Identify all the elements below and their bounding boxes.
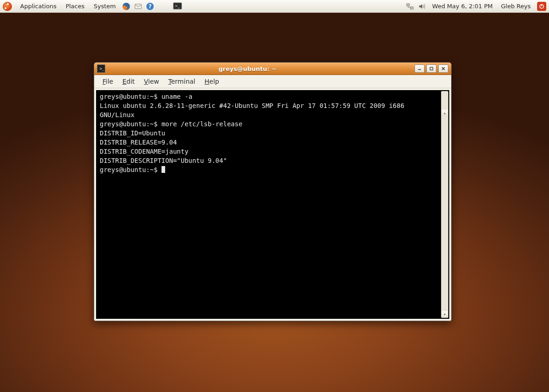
menu-edit[interactable]: Edit (118, 75, 139, 88)
svg-rect-7 (410, 7, 413, 9)
maximize-button[interactable] (426, 64, 436, 73)
svg-text:?: ? (149, 3, 152, 10)
output-line: DISTRIB_ID=Ubuntu (100, 129, 165, 137)
menu-view[interactable]: View (140, 75, 164, 88)
terminal-icon: >_ (97, 64, 105, 73)
mail-icon[interactable] (133, 1, 143, 11)
menu-system[interactable]: System (90, 0, 119, 13)
close-button[interactable] (438, 64, 448, 73)
menu-file[interactable]: File (98, 75, 118, 88)
output-line: DISTRIB_RELEASE=9.04 (100, 139, 177, 146)
svg-rect-6 (407, 4, 409, 6)
top-panel: Applications Places System ? (0, 0, 549, 13)
output-line: GNU/Linux (100, 111, 135, 118)
terminal-output[interactable]: greys@ubuntu:~$ uname -a Linux ubuntu 2.… (96, 90, 449, 319)
svg-text:>_: >_ (175, 4, 180, 8)
menu-help[interactable]: Help (200, 75, 224, 88)
command-2: more /etc/lsb-release (161, 120, 242, 128)
terminal-frame: greys@ubuntu:~$ uname -a Linux ubuntu 2.… (94, 88, 451, 321)
svg-rect-12 (430, 67, 433, 70)
terminal-scrollbar[interactable]: ▴ ▾ (441, 91, 448, 318)
terminal-launcher-icon[interactable]: >_ (172, 1, 183, 11)
firefox-icon[interactable] (121, 1, 131, 11)
terminal-menubar: File Edit View Terminal Help (94, 75, 451, 88)
scroll-down-button[interactable]: ▾ (441, 311, 448, 317)
desktop: Applications Places System ? (0, 0, 549, 392)
menu-places[interactable]: Places (62, 0, 88, 13)
output-line: Linux ubuntu 2.6.28-11-generic #42-Ubunt… (100, 102, 404, 109)
ubuntu-logo-icon[interactable] (3, 2, 12, 11)
power-icon[interactable] (537, 2, 546, 11)
prompt: greys@ubuntu:~$ (100, 166, 157, 173)
window-controls (414, 64, 448, 73)
menu-terminal[interactable]: Terminal (164, 75, 200, 88)
cursor (161, 166, 165, 173)
clock[interactable]: Wed May 6, 2:01 PM (429, 3, 496, 10)
user-menu[interactable]: Gleb Reys (498, 3, 533, 10)
volume-icon[interactable] (417, 1, 427, 11)
prompt: greys@ubuntu:~$ (100, 93, 157, 100)
scroll-track[interactable] (441, 98, 448, 311)
output-line: DISTRIB_DESCRIPTION="Ubuntu 9.04" (100, 157, 227, 164)
terminal-window: >_ greys@ubuntu: ~ File Edit View Termin… (94, 62, 452, 321)
help-icon[interactable]: ? (145, 1, 155, 11)
prompt: greys@ubuntu:~$ (100, 120, 157, 128)
minimize-button[interactable] (414, 64, 425, 73)
output-line: DISTRIB_CODENAME=jaunty (100, 148, 188, 155)
panel-right: Wed May 6, 2:01 PM Gleb Reys (405, 1, 546, 11)
svg-text:>_: >_ (99, 67, 103, 71)
command-1: uname -a (161, 93, 192, 100)
svg-rect-1 (135, 4, 141, 9)
window-titlebar[interactable]: >_ greys@ubuntu: ~ (94, 63, 451, 75)
panel-left: Applications Places System ? (3, 0, 183, 13)
window-title: greys@ubuntu: ~ (108, 65, 414, 72)
network-icon[interactable] (405, 1, 415, 11)
menu-applications[interactable]: Applications (16, 0, 60, 13)
